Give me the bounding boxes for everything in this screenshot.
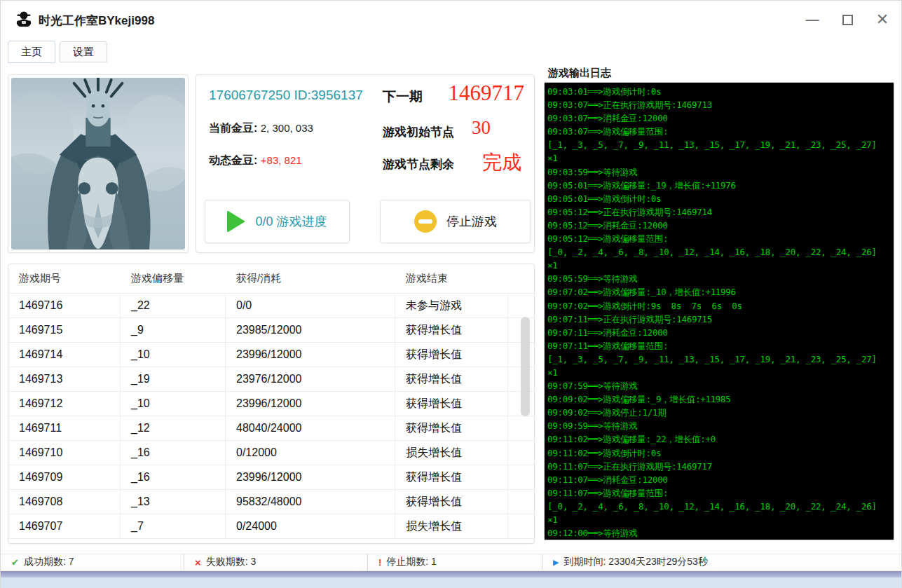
log-line: 09:07:02══>游戏偏移量:_10，增长值:+11996: [547, 285, 891, 299]
table-cell: 1469713: [8, 367, 121, 391]
table-cell: 获得增长值: [395, 343, 508, 367]
table-row[interactable]: 1469715_923985/12000获得增长值: [8, 318, 534, 343]
current-beans-row: 当前金豆: 2, 300, 033: [209, 121, 313, 136]
spy-app-icon: [15, 10, 33, 28]
stop-icon: [414, 210, 437, 233]
log-line: 09:07:11══>消耗金豆:12000: [547, 326, 891, 339]
table-cell: _10: [121, 343, 226, 367]
tab-settings[interactable]: 设置: [60, 41, 107, 62]
log-line: 09:05:01══>游戏倒计时:0s: [547, 192, 891, 205]
table-row[interactable]: 1469713_1923976/12000获得增长值: [8, 367, 534, 392]
account-panel: 17606767250 ID:3956137 当前金豆: 2, 300, 033…: [196, 74, 535, 253]
table-row[interactable]: 1469707_70/24000损失增长值: [8, 514, 534, 539]
log-line: 09:07:02══>游戏倒计时:9s 8s 7s 6s 0s: [547, 299, 891, 313]
log-line: [_0, _2, _4, _6, _8, _10, _12, _14, _16,…: [547, 500, 891, 513]
tab-bar: 主页 设置: [8, 41, 107, 63]
table-row[interactable]: 1469709_1623996/12000获得增长值: [8, 465, 534, 490]
current-beans-value: 2, 300, 033: [261, 122, 313, 134]
game-progress-button[interactable]: 0/0 游戏进度: [205, 200, 350, 243]
night-king-artwork: [11, 78, 185, 249]
table-cell: 48040/24000: [226, 416, 395, 440]
table-cell: _19: [121, 367, 226, 391]
log-line: 09:11:07══>正在执行游戏期号:1469717: [547, 460, 891, 473]
table-cell: 1469712: [8, 392, 121, 416]
table-cell: _12: [121, 416, 226, 440]
table-cell: 获得增长值: [395, 490, 508, 514]
log-line: 09:11:07══>游戏偏移量范围:: [547, 486, 891, 500]
close-button[interactable]: ✕: [873, 11, 891, 29]
play-icon: [227, 210, 245, 233]
status-expire: ▶ 到期时间: 23304天23时29分53秒: [542, 554, 901, 570]
maximize-icon: [842, 15, 853, 25]
avatar-card: [8, 74, 189, 253]
stop-game-label: 停止游戏: [446, 213, 497, 230]
log-line: ×1: [547, 259, 891, 272]
table-row[interactable]: 1469711_1248040/24000获得增长值: [8, 416, 534, 441]
log-line: 09:05:12══>游戏偏移量范围:: [547, 232, 891, 245]
status-success: ✔ 成功期数: 7: [1, 554, 184, 570]
log-line: ×1: [547, 151, 891, 165]
table-cell: _7: [121, 514, 226, 538]
log-line: 09:07:11══>正在执行游戏期号:1469715: [547, 313, 891, 326]
log-line: 09:03:07══>游戏偏移量范围:: [547, 125, 891, 138]
current-beans-label: 当前金豆:: [209, 122, 257, 134]
check-icon: ✔: [11, 557, 19, 568]
log-line: 09:05:01══>游戏偏移量:_19，增长值:+11976: [547, 179, 891, 192]
tab-home[interactable]: 主页: [8, 41, 55, 63]
log-line: [_1, _3, _5, _7, _9, _11, _13, _15, _17,…: [547, 138, 891, 151]
table-cell: 获得增长值: [395, 318, 508, 342]
table-row[interactable]: 1469712_1023996/12000获得增长值: [8, 392, 534, 416]
table-cell: 0/0: [226, 294, 395, 317]
log-console[interactable]: 09:03:01══>游戏倒计时:0s09:03:07══>正在执行游戏期号:1…: [544, 82, 894, 540]
stop-game-button[interactable]: 停止游戏: [380, 200, 531, 243]
table-cell: 损失增长值: [395, 514, 508, 538]
app-title: 时光工作室BYkeji998: [39, 13, 154, 29]
table-body: 1469716_220/0未参与游戏1469715_923985/12000获得…: [8, 294, 534, 539]
table-cell: 1469707: [8, 514, 121, 538]
table-header-row: 游戏期号 游戏偏移量 获得/消耗 游戏结束: [8, 264, 534, 294]
log-line: 09:07:11══>游戏偏移量范围:: [547, 339, 891, 353]
log-line: 09:03:07══>正在执行游戏期号:1469713: [547, 98, 891, 111]
table-cell: 0/12000: [226, 441, 395, 465]
next-round-value: 1469717: [449, 81, 525, 106]
table-cell: 获得增长值: [395, 392, 508, 416]
log-line: ×1: [547, 366, 891, 379]
table-cell: 95832/48000: [226, 490, 395, 514]
log-line: [_1, _3, _5, _7, _9, _11, _13, _15, _17,…: [547, 353, 891, 366]
table-row[interactable]: 1469710_160/12000损失增长值: [8, 441, 534, 465]
table-cell: 1469714: [8, 343, 121, 367]
table-cell: 损失增长值: [395, 441, 508, 465]
col-header-result: 游戏结束: [395, 272, 508, 285]
minimize-button[interactable]: —: [803, 11, 821, 29]
account-id: 17606767250 ID:3956137: [209, 88, 363, 103]
table-cell: 1469715: [8, 318, 121, 342]
maximize-button[interactable]: [838, 11, 856, 29]
node-remain-label: 游戏节点剩余: [383, 156, 454, 172]
status-stop: ! 停止期数: 1: [368, 554, 542, 570]
node-remain-value: 完成: [482, 149, 521, 176]
init-node-label: 游戏初始节点: [383, 124, 454, 140]
status-success-label: 成功期数: 7: [24, 556, 74, 568]
log-line: 09:03:01══>游戏倒计时:0s: [547, 85, 891, 98]
table-cell: 未参与游戏: [395, 294, 508, 317]
table-row[interactable]: 1469716_220/0未参与游戏: [8, 294, 534, 318]
table-cell: _16: [121, 441, 226, 465]
table-row[interactable]: 1469708_1395832/48000获得增长值: [8, 490, 534, 514]
status-fail-label: 失败期数: 3: [206, 556, 257, 568]
log-line: 09:05:12══>消耗金豆:12000: [547, 219, 891, 232]
table-scrollbar[interactable]: [521, 317, 530, 416]
log-line: 09:05:59══>等待游戏: [547, 272, 891, 285]
table-cell: 1469711: [8, 416, 121, 440]
desktop-strip: [1, 577, 901, 588]
table-cell: 1469708: [8, 490, 121, 514]
col-header-round: 游戏期号: [8, 272, 121, 285]
table-row[interactable]: 1469714_1023996/12000获得增长值: [8, 343, 534, 367]
dynamic-beans-label: 动态金豆:: [209, 154, 257, 166]
status-bar: ✔ 成功期数: 7 × 失败期数: 3 ! 停止期数: 1 ▶ 到期时间: 23…: [1, 554, 901, 570]
log-line: 09:03:59══>等待游戏: [547, 165, 891, 179]
log-line: 09:09:59══>等待游戏: [547, 419, 891, 432]
cross-icon: ×: [195, 556, 201, 568]
table-cell: 0/24000: [226, 514, 395, 538]
table-cell: _10: [121, 392, 226, 416]
table-cell: 1469709: [8, 465, 121, 489]
